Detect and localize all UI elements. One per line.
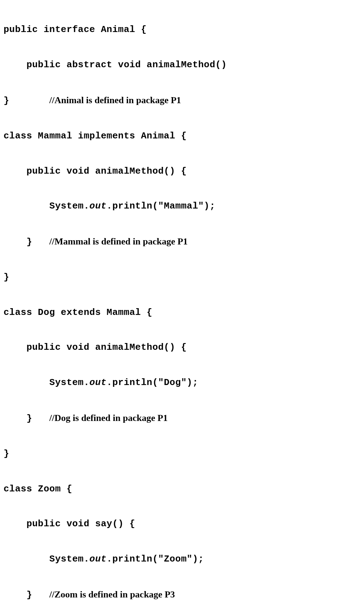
code-line: System. (4, 554, 90, 564)
code-line: public interface Animal { (4, 24, 147, 35)
code-comment: //Animal is defined in package P1 (49, 95, 181, 105)
code-comment: //Mammal is defined in package P1 (49, 236, 188, 247)
code-line: } (4, 95, 49, 106)
code-line: System. (4, 377, 90, 388)
code-line: public void say() { (4, 518, 135, 529)
code-block: public interface Animal { public abstrac… (4, 4, 360, 606)
code-line: .println("Dog"); (107, 377, 198, 388)
code-line: } (4, 272, 9, 283)
code-line: } (4, 448, 9, 459)
code-line: System. (4, 201, 90, 211)
code-line: } (4, 590, 49, 600)
code-line: public void animalMethod() { (4, 166, 187, 176)
code-line: class Dog extends Mammal { (4, 307, 152, 318)
code-comment: //Dog is defined in package P1 (49, 413, 168, 423)
code-line: .println("Zoom"); (107, 554, 204, 564)
code-line: public void animalMethod() { (4, 342, 187, 353)
code-line: class Mammal implements Animal { (4, 131, 187, 141)
code-line: .println("Mammal"); (107, 201, 215, 211)
code-line: class Zoom { (4, 484, 72, 494)
code-italic: out (90, 201, 107, 211)
code-italic: out (90, 554, 107, 564)
code-italic: out (90, 377, 107, 388)
code-line: public abstract void animalMethod() (4, 59, 227, 70)
code-line: } (4, 237, 49, 247)
code-line: } (4, 413, 49, 424)
code-comment: //Zoom is defined in package P3 (49, 589, 175, 600)
